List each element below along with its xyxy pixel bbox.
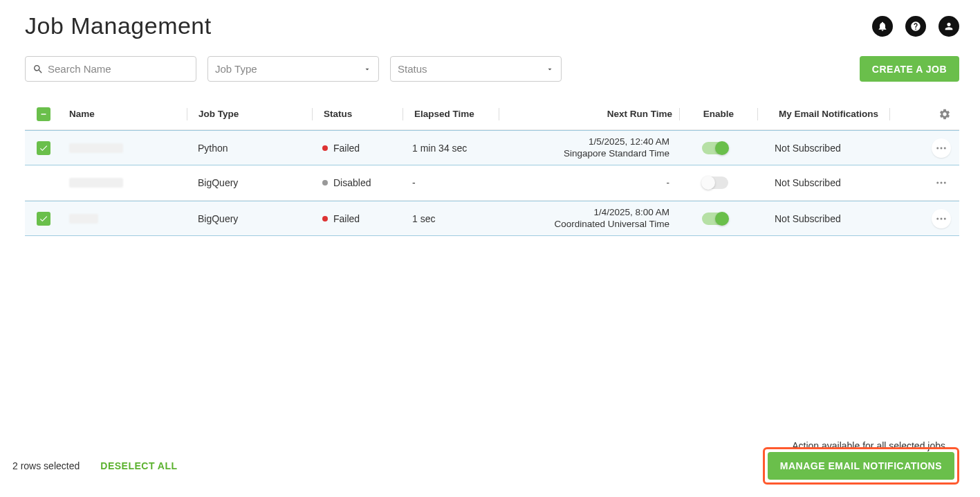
table-header: Name Job Type Status Elapsed Time Next R… bbox=[25, 98, 959, 130]
job-name-redacted bbox=[69, 214, 98, 224]
svg-rect-0 bbox=[41, 114, 46, 115]
chevron-down-icon bbox=[363, 65, 371, 73]
svg-point-8 bbox=[941, 217, 943, 219]
cell-email: Not Subscribed bbox=[754, 143, 885, 154]
job-name-redacted bbox=[69, 178, 123, 188]
svg-point-6 bbox=[944, 182, 946, 184]
svg-point-7 bbox=[936, 217, 939, 219]
status-dot-icon bbox=[322, 180, 328, 186]
manage-email-notifications-button[interactable]: MANAGE EMAIL NOTIFICATIONS bbox=[768, 452, 954, 480]
row-checkbox[interactable] bbox=[37, 212, 50, 226]
manage-highlight-box: MANAGE EMAIL NOTIFICATIONS bbox=[763, 447, 959, 485]
job-name-redacted bbox=[69, 143, 123, 153]
page-title: Job Management bbox=[25, 12, 212, 39]
status-select-label: Status bbox=[398, 63, 427, 75]
col-name[interactable]: Name bbox=[62, 109, 187, 119]
help-icon[interactable] bbox=[905, 16, 926, 37]
select-all-checkbox[interactable] bbox=[37, 107, 50, 121]
search-input[interactable] bbox=[48, 63, 189, 75]
cell-elapsed: 1 sec bbox=[401, 213, 497, 224]
jobtype-select[interactable]: Job Type bbox=[207, 56, 379, 82]
cell-jobtype: BigQuery bbox=[187, 177, 311, 188]
svg-point-2 bbox=[941, 147, 943, 149]
notifications-icon[interactable] bbox=[872, 16, 893, 37]
search-input-wrapper[interactable] bbox=[25, 56, 196, 82]
cell-status: Disabled bbox=[311, 177, 401, 188]
enable-toggle[interactable] bbox=[702, 142, 728, 154]
status-select[interactable]: Status bbox=[390, 56, 562, 82]
col-enable[interactable]: Enable bbox=[680, 109, 757, 119]
more-actions-button[interactable] bbox=[932, 209, 951, 228]
more-actions-button[interactable] bbox=[932, 138, 951, 158]
col-elapsed[interactable]: Elapsed Time bbox=[403, 109, 499, 119]
account-icon[interactable] bbox=[939, 16, 959, 37]
svg-point-3 bbox=[944, 147, 946, 149]
more-actions-button[interactable] bbox=[932, 173, 951, 192]
search-icon bbox=[33, 64, 44, 75]
rows-selected-label: 2 rows selected bbox=[12, 460, 80, 471]
svg-point-4 bbox=[936, 182, 939, 184]
row-checkbox[interactable] bbox=[37, 141, 50, 155]
table-row[interactable]: BigQueryFailed1 sec1/4/2025, 8:00 AMCoor… bbox=[25, 201, 959, 236]
cell-email: Not Subscribed bbox=[754, 177, 885, 188]
cell-nextrun: - bbox=[497, 177, 676, 189]
jobs-table: Name Job Type Status Elapsed Time Next R… bbox=[25, 98, 959, 236]
cell-email: Not Subscribed bbox=[754, 213, 885, 224]
cell-nextrun: 1/4/2025, 8:00 AMCoordinated Universal T… bbox=[497, 207, 676, 231]
col-email[interactable]: My Email Notifications bbox=[758, 109, 889, 119]
col-status[interactable]: Status bbox=[313, 109, 403, 119]
cell-status: Failed bbox=[311, 213, 401, 224]
create-job-button[interactable]: CREATE A JOB bbox=[860, 56, 959, 82]
gear-icon[interactable] bbox=[939, 108, 951, 120]
svg-point-9 bbox=[944, 217, 946, 219]
cell-elapsed: 1 min 34 sec bbox=[401, 143, 497, 154]
table-row[interactable]: PythonFailed1 min 34 sec1/5/2025, 12:40 … bbox=[25, 130, 959, 165]
cell-elapsed: - bbox=[401, 177, 497, 188]
cell-jobtype: Python bbox=[187, 143, 311, 154]
chevron-down-icon bbox=[546, 65, 554, 73]
jobtype-select-label: Job Type bbox=[215, 63, 257, 75]
cell-jobtype: BigQuery bbox=[187, 213, 311, 224]
col-jobtype[interactable]: Job Type bbox=[187, 109, 312, 119]
enable-toggle[interactable] bbox=[702, 177, 728, 189]
cell-nextrun: 1/5/2025, 12:40 AMSingapore Standard Tim… bbox=[497, 136, 676, 160]
svg-point-5 bbox=[941, 182, 943, 184]
svg-point-1 bbox=[936, 147, 939, 149]
table-row[interactable]: BigQueryDisabled--Not Subscribed bbox=[25, 165, 959, 201]
cell-status: Failed bbox=[311, 143, 401, 154]
col-nextrun[interactable]: Next Run Time bbox=[499, 109, 679, 119]
deselect-all-button[interactable]: DESELECT ALL bbox=[100, 460, 177, 471]
enable-toggle[interactable] bbox=[702, 213, 728, 225]
status-dot-icon bbox=[322, 216, 328, 222]
status-dot-icon bbox=[322, 145, 328, 151]
